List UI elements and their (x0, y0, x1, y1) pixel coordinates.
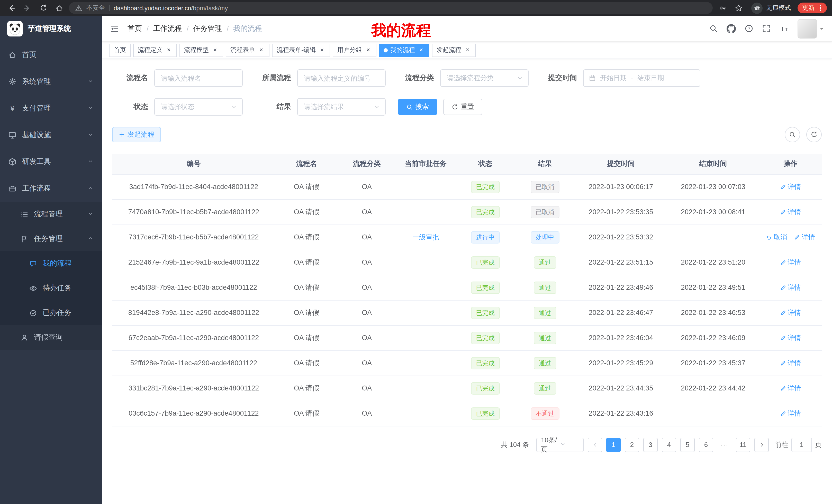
chevron-down-icon (820, 27, 824, 32)
sidebar-item-my-process[interactable]: 我的流程 (0, 251, 102, 276)
submit-time-range-picker[interactable]: 开始日期 - 结束日期 (583, 69, 700, 87)
page-button[interactable]: ··· (717, 438, 732, 452)
update-button[interactable]: 更新 (798, 3, 827, 13)
detail-link[interactable]: 详情 (780, 207, 801, 217)
detail-link[interactable]: 详情 (780, 308, 801, 317)
submit-time-label: 提交时间 (541, 74, 577, 83)
cell-category: OA (338, 300, 396, 325)
prev-page-button[interactable] (588, 438, 602, 452)
sidebar-item-devtools[interactable]: 研发工具 (0, 148, 102, 175)
page-number-list: 123456···11 (606, 438, 750, 452)
page-button[interactable]: 5 (680, 438, 695, 452)
font-size-icon[interactable]: TT (780, 24, 789, 33)
tab[interactable]: 我的流程 (379, 44, 430, 57)
process-category-select[interactable]: 请选择流程分类 (440, 69, 529, 87)
page-title-annotation: 我的流程 (371, 21, 431, 41)
refresh-table-button[interactable] (806, 127, 822, 142)
tab[interactable]: 流程表单-编辑 (272, 44, 330, 57)
detail-link[interactable]: 详情 (794, 232, 815, 242)
page-button[interactable]: 3 (643, 438, 658, 452)
user-avatar[interactable] (798, 19, 824, 38)
tab-close-icon[interactable] (418, 47, 425, 54)
page-button[interactable]: 4 (662, 438, 676, 452)
toggle-search-button[interactable] (785, 127, 800, 142)
page-size-select[interactable]: 10条/页 (536, 438, 583, 452)
detail-link[interactable]: 详情 (780, 182, 801, 191)
sidebar-item-home[interactable]: 首页 (0, 41, 102, 68)
detail-link[interactable]: 详情 (780, 409, 801, 418)
chevron-up-icon (87, 185, 94, 193)
detail-link[interactable]: 详情 (780, 384, 801, 393)
tab-close-icon[interactable] (258, 47, 265, 54)
search-icon[interactable] (709, 24, 718, 33)
sidebar-item-workflow[interactable]: 工作流程 (0, 175, 102, 202)
tab-close-icon[interactable] (365, 47, 372, 54)
address-bar[interactable]: 不安全 dashboard.yudao.iocoder.cn/bpm/task/… (69, 2, 713, 14)
process-def-input[interactable] (297, 69, 386, 87)
tab[interactable]: 流程表单 (226, 44, 269, 57)
create-process-button[interactable]: 发起流程 (112, 127, 161, 142)
menu-label: 已办任务 (43, 308, 72, 317)
forward-button[interactable] (21, 2, 33, 14)
sidebar-item-payment[interactable]: ¥ 支付管理 (0, 95, 102, 122)
next-page-button[interactable] (754, 438, 769, 452)
sidebar-item-system[interactable]: 系统管理 (0, 68, 102, 95)
detail-link[interactable]: 详情 (780, 258, 801, 267)
tab[interactable]: 用户分组 (333, 44, 376, 57)
status-select[interactable]: 请选择状态 (154, 98, 243, 116)
browser-menu-icon[interactable] (820, 7, 821, 9)
password-key-icon[interactable] (716, 2, 729, 14)
yen-icon: ¥ (8, 104, 17, 113)
sidebar-item-process-mgmt[interactable]: 流程管理 (0, 202, 102, 227)
svg-text:¥: ¥ (10, 105, 15, 112)
chat-bubble-icon (29, 260, 37, 268)
cancel-link[interactable]: 取消 (766, 232, 787, 242)
detail-link[interactable]: 详情 (780, 333, 801, 342)
start-date-placeholder: 开始日期 (600, 74, 627, 83)
svg-text:T: T (781, 25, 784, 32)
sidebar-item-task-mgmt[interactable]: 任务管理 (0, 227, 102, 251)
sidebar-item-done-tasks[interactable]: 已办任务 (0, 301, 102, 325)
goto-page-input[interactable] (791, 438, 812, 452)
detail-link[interactable]: 详情 (780, 358, 801, 368)
tab-close-icon[interactable] (211, 47, 218, 54)
reset-button[interactable]: 重置 (443, 99, 482, 115)
sidebar-item-leave-query[interactable]: 请假查询 (0, 325, 102, 350)
tab-close-icon[interactable] (464, 47, 471, 54)
back-button[interactable] (5, 2, 18, 14)
result-badge: 通过 (534, 332, 556, 344)
page-button[interactable]: 6 (699, 438, 713, 452)
breadcrumb-item[interactable]: 首页 (128, 24, 142, 33)
home-button[interactable] (53, 2, 65, 14)
current-task-link[interactable]: 一级审批 (412, 232, 439, 242)
tab-close-icon[interactable] (318, 47, 326, 54)
status-badge: 已完成 (471, 407, 500, 419)
table-row: 7317cec6-7b9b-11ec-b5b7-acde48001122 OA … (112, 225, 822, 250)
search-button[interactable]: 搜索 (398, 99, 437, 115)
column-header: 当前审批任务 (396, 153, 456, 174)
reload-button[interactable] (37, 2, 49, 14)
breadcrumb-item[interactable]: 工作流程 (153, 24, 182, 33)
sidebar-toggle-icon[interactable] (110, 24, 119, 33)
page-button[interactable]: 1 (606, 438, 621, 452)
detail-link[interactable]: 详情 (780, 283, 801, 292)
bookmark-star-icon[interactable] (732, 2, 745, 14)
process-name-input[interactable] (154, 69, 243, 87)
tab[interactable]: 流程定义 (133, 44, 177, 57)
page-button[interactable]: 2 (625, 438, 639, 452)
breadcrumb-item[interactable]: 任务管理 (193, 24, 222, 33)
fullscreen-icon[interactable] (762, 24, 771, 33)
tab[interactable]: 流程模型 (179, 44, 223, 57)
sidebar-item-todo-tasks[interactable]: 待办任务 (0, 276, 102, 301)
sidebar-item-infrastructure[interactable]: 基础设施 (0, 122, 102, 148)
github-icon[interactable] (727, 24, 736, 33)
result-select[interactable]: 请选择流结果 (297, 98, 386, 116)
page-button[interactable]: 11 (736, 438, 750, 452)
cell-process-name: OA 请假 (275, 174, 338, 199)
help-icon[interactable]: ? (745, 24, 753, 33)
refresh-icon (451, 104, 458, 110)
pencil-icon (780, 209, 786, 215)
tab[interactable]: 首页 (109, 44, 131, 57)
tab-close-icon[interactable] (165, 47, 172, 54)
tab[interactable]: 发起流程 (432, 44, 476, 57)
